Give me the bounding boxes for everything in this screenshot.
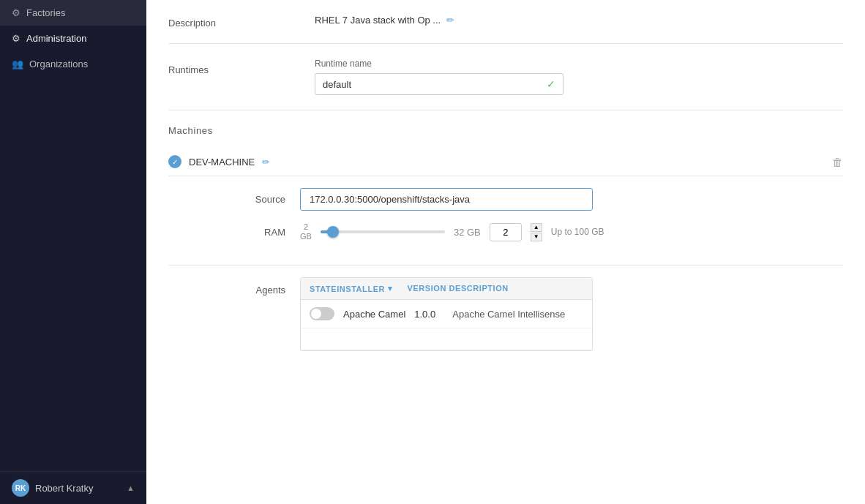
machines-title: Machines (168, 125, 843, 136)
machine-name: DEV-MACHINE (189, 157, 255, 168)
description-text: RHEL 7 Java stack with Op ... (315, 15, 441, 26)
machine-row: ✓ DEV-MACHINE ✏ 🗑 (168, 148, 843, 176)
agent-toggle-thumb (311, 309, 321, 319)
machine-edit-icon[interactable]: ✏ (262, 157, 270, 168)
machine-left: ✓ DEV-MACHINE ✏ (168, 155, 270, 168)
sidebar-item-label: Factories (26, 7, 65, 18)
stateinstaller-col[interactable]: STATEINSTALLER ▾ (310, 284, 393, 293)
agents-section: Agents STATEINSTALLER ▾ VERSION DESCRIPT… (168, 266, 843, 351)
ram-max-label: 32 GB (454, 227, 481, 238)
user-info: RK Robert Kratky (12, 479, 93, 497)
source-row: Source (168, 188, 843, 211)
agent-version: 1.0.0 (414, 309, 443, 320)
agent-name: Apache Camel (343, 309, 405, 320)
version-description-col: VERSION DESCRIPTION (408, 284, 583, 293)
sidebar-item-organizations[interactable]: 👥 Organizations (0, 51, 146, 77)
check-icon: ✓ (547, 78, 555, 90)
ram-min-label: 2GB (300, 222, 312, 241)
ram-thumb[interactable] (327, 226, 339, 238)
runtimes-label: Runtimes (168, 59, 315, 75)
ram-spinner: ▲ ▼ (531, 223, 542, 241)
runtime-value: default (323, 79, 351, 90)
agents-table: STATEINSTALLER ▾ VERSION DESCRIPTION Apa… (300, 277, 593, 351)
sidebar-item-factories[interactable]: ⚙ Factories (0, 0, 146, 26)
description-value: RHEL 7 Java stack with Op ... ✏ (315, 15, 454, 26)
agents-label: Agents (168, 277, 285, 296)
main-content: Description RHEL 7 Java stack with Op ..… (146, 0, 865, 504)
source-label: Source (168, 194, 285, 205)
description-edit-icon[interactable]: ✏ (446, 15, 454, 26)
ram-slider-wrap[interactable] (321, 225, 445, 239)
agent-row: Apache Camel 1.0.0 Apache Camel Intellis… (301, 300, 592, 328)
agents-header: STATEINSTALLER ▾ VERSION DESCRIPTION (301, 278, 592, 300)
ram-label: RAM (168, 227, 285, 238)
stateinstaller-dropdown-icon[interactable]: ▾ (388, 284, 393, 293)
ram-row-container: RAM 2GB 32 GB ▲ ▼ (168, 222, 843, 241)
stateinstaller-label: STATEINSTALLER (310, 285, 385, 293)
machine-details: Source RAM 2GB 32 GB (168, 176, 843, 266)
avatar: RK (12, 479, 29, 497)
runtimes-row: Runtimes Runtime name default ✓ (168, 44, 843, 110)
agent-description: Apache Camel Intellisense (452, 309, 565, 320)
agent-toggle[interactable] (310, 307, 334, 320)
sidebar-item-label: Administration (26, 33, 86, 44)
ram-upto-label: Up to 100 GB (551, 227, 604, 237)
organizations-icon: 👥 (12, 59, 23, 69)
source-input[interactable] (300, 188, 593, 211)
machine-delete-icon[interactable]: 🗑 (832, 156, 843, 168)
user-name: Robert Kratky (35, 483, 93, 494)
agents-row: Agents STATEINSTALLER ▾ VERSION DESCRIPT… (168, 277, 843, 351)
runtimes-content: Runtime name default ✓ (315, 59, 843, 95)
ram-track (321, 230, 445, 233)
machine-status-icon: ✓ (168, 155, 181, 168)
ram-value-input[interactable] (490, 223, 522, 241)
agent-row-2 (301, 328, 592, 350)
sidebar-item-label: Organizations (29, 59, 88, 69)
ram-controls: 2GB 32 GB ▲ ▼ Up to 1 (300, 222, 604, 241)
sidebar-item-administration[interactable]: ⚙ Administration (0, 26, 146, 51)
machines-section: Machines ✓ DEV-MACHINE ✏ 🗑 Source RAM (168, 110, 843, 351)
sidebar: ⚙ Factories ⚙ Administration 👥 Organizat… (0, 0, 146, 504)
ram-increase-button[interactable]: ▲ (531, 223, 542, 232)
description-label: Description (168, 15, 315, 29)
description-row: Description RHEL 7 Java stack with Op ..… (168, 0, 843, 44)
runtime-name-label: Runtime name (315, 59, 843, 69)
sidebar-bottom: RK Robert Kratky ▲ (0, 471, 146, 504)
administration-icon: ⚙ (12, 33, 20, 44)
content-area: Description RHEL 7 Java stack with Op ..… (146, 0, 865, 351)
runtime-input[interactable]: default ✓ (315, 73, 563, 95)
ram-decrease-button[interactable]: ▼ (531, 233, 542, 241)
chevron-up-icon[interactable]: ▲ (127, 484, 135, 492)
factories-icon: ⚙ (12, 7, 20, 18)
